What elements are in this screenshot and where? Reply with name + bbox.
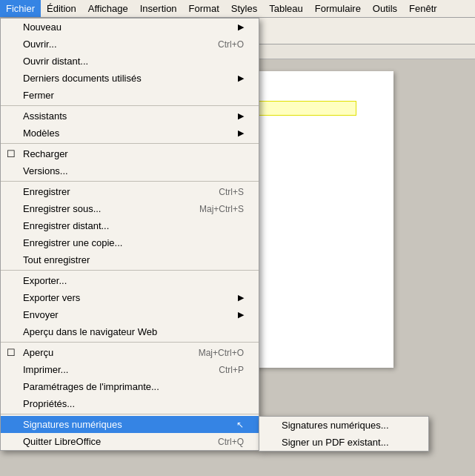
menu-item-derniers[interactable]: Derniers documents utilisés ▶ xyxy=(1,70,259,87)
separator-6 xyxy=(1,414,259,414)
menu-item-enregistrer-copie[interactable]: Enregistrer une copie... xyxy=(1,234,259,251)
menu-insertion[interactable]: Insertion xyxy=(134,0,183,17)
menu-item-apercu-navigateur[interactable]: Aperçu dans le navigateur Web xyxy=(1,323,259,340)
menu-item-recharger[interactable]: ☐ Recharger xyxy=(1,145,259,162)
arrow-derniers: ▶ xyxy=(238,73,244,83)
arrow-modeles: ▶ xyxy=(238,128,244,138)
menu-styles[interactable]: Styles xyxy=(225,0,263,17)
shortcut-enregistrer: Ctrl+S xyxy=(219,187,244,197)
shortcut-imprimer: Ctrl+P xyxy=(219,365,244,375)
menu-outils[interactable]: Outils xyxy=(367,0,403,17)
menu-item-modeles[interactable]: Modèles ▶ xyxy=(1,125,259,142)
menu-item-signatures[interactable]: Signatures numériques ↖ xyxy=(1,416,259,433)
menu-fenetre[interactable]: Fenêtr xyxy=(403,0,443,17)
menu-item-nouveau[interactable]: Nouveau ▶ xyxy=(1,19,259,36)
menu-item-enregistrer-sous[interactable]: Enregistrer sous... Maj+Ctrl+S xyxy=(1,200,259,217)
menu-item-imprimer[interactable]: Imprimer... Ctrl+P xyxy=(1,361,259,378)
menu-fichier[interactable]: Fichier xyxy=(0,0,41,17)
separator-3 xyxy=(1,181,259,182)
check-area-apercu: ☐ xyxy=(7,347,19,358)
separator-2 xyxy=(1,143,259,144)
shortcut-ouvrir: Ctrl+O xyxy=(218,39,244,50)
menu-item-versions[interactable]: Versions... xyxy=(1,162,259,179)
menu-tableau[interactable]: Tableau xyxy=(263,0,309,17)
menu-item-quitter[interactable]: Quitter LibreOffice Ctrl+Q xyxy=(1,433,259,450)
menu-item-enregistrer[interactable]: Enregistrer Ctrl+S xyxy=(1,183,259,200)
separator-4 xyxy=(1,270,259,271)
submenu-item-signatures-num[interactable]: Signatures numériques... xyxy=(259,417,428,434)
signatures-container: Signatures numériques ↖ Signatures numér… xyxy=(1,416,259,433)
arrow-envoyer: ▶ xyxy=(238,310,244,320)
menu-item-proprietes[interactable]: Propriétés... xyxy=(1,395,259,412)
arrow-assistants: ▶ xyxy=(238,111,244,121)
menu-item-exporter[interactable]: Exporter... xyxy=(1,272,259,289)
menu-item-ouvrir[interactable]: Ouvrir... Ctrl+O xyxy=(1,36,259,53)
submenu-item-signer-pdf[interactable]: Signer un PDF existant... xyxy=(259,434,428,451)
shortcut-apercu: Maj+Ctrl+O xyxy=(199,348,244,358)
check-area-recharger: ☐ xyxy=(7,148,19,159)
menu-item-exporter-vers[interactable]: Exporter vers ▶ xyxy=(1,289,259,306)
fichier-dropdown: Nouveau ▶ Ouvrir... Ctrl+O Ouvrir distan… xyxy=(0,18,259,451)
arrow-exporter-vers: ▶ xyxy=(238,293,244,303)
shortcut-enregistrer-sous: Maj+Ctrl+S xyxy=(199,204,244,214)
menu-item-enregistrer-distant[interactable]: Enregistrer distant... xyxy=(1,217,259,234)
menu-edition[interactable]: Édition xyxy=(41,0,82,17)
shortcut-quitter: Ctrl+Q xyxy=(218,437,244,447)
menubar: Fichier Édition Affichage Insertion Form… xyxy=(0,0,475,18)
signatures-submenu: Signatures numériques... Signer un PDF e… xyxy=(259,416,429,452)
menu-format[interactable]: Format xyxy=(183,0,225,17)
menu-item-apercu[interactable]: ☐ Aperçu Maj+Ctrl+O xyxy=(1,344,259,361)
menu-item-ouvrir-distant[interactable]: Ouvrir distant... xyxy=(1,53,259,70)
menu-item-tout-enregistrer[interactable]: Tout enregistrer xyxy=(1,251,259,268)
menu-affichage[interactable]: Affichage xyxy=(82,0,134,17)
arrow-nouveau: ▶ xyxy=(238,22,244,32)
menu-item-parametrages[interactable]: Paramétrages de l'imprimante... xyxy=(1,378,259,395)
separator-1 xyxy=(1,105,259,106)
menu-item-assistants[interactable]: Assistants ▶ xyxy=(1,108,259,125)
menu-item-fermer[interactable]: Fermer xyxy=(1,87,259,104)
cursor-icon: ↖ xyxy=(236,420,244,430)
menu-item-envoyer[interactable]: Envoyer ▶ xyxy=(1,306,259,323)
menu-formulaire[interactable]: Formulaire xyxy=(309,0,367,17)
separator-5 xyxy=(1,342,259,343)
